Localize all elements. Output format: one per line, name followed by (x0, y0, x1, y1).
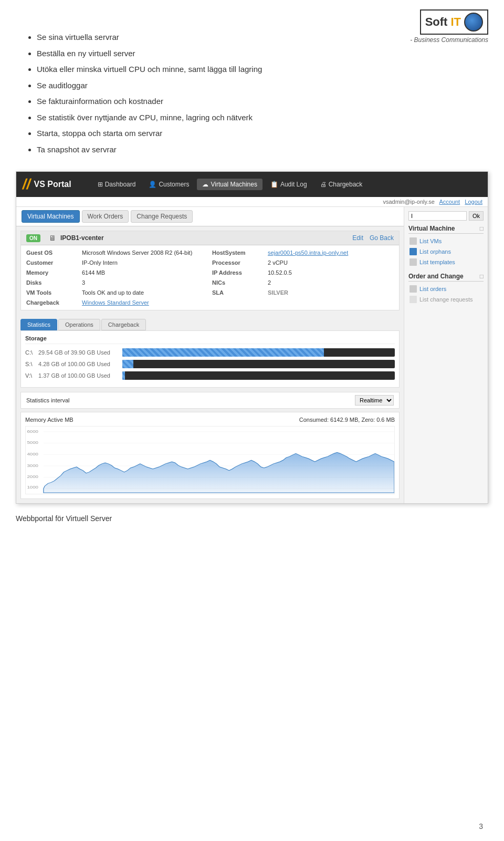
customers-icon: 👤 (149, 181, 156, 188)
search-input[interactable] (408, 211, 467, 221)
storage-bar-fill-s (122, 360, 133, 368)
svg-text:3000: 3000 (27, 463, 38, 468)
templates-icon (410, 258, 417, 266)
label-customer: Customer (26, 258, 74, 267)
storage-label-c: 29.54 GB of 39.90 GB Used (38, 349, 122, 356)
portal-body: Virtual Machines Work Orders Change Requ… (16, 207, 488, 503)
storage-label-v: 1.37 GB of 100.00 GB Used (38, 372, 122, 379)
svg-text:6000: 6000 (27, 429, 38, 434)
list-item: Se fakturainformation och kostnader (37, 96, 504, 108)
nav-virtual-machines[interactable]: ☁ Virtual Machines (197, 179, 262, 190)
logo-box: Soft IT (420, 9, 488, 35)
vm-actions: Edit Go Back (352, 234, 394, 242)
nav-customers[interactable]: 👤 Customers (143, 179, 194, 190)
svg-text:5000: 5000 (27, 440, 38, 445)
chargeback-icon: 🖨 (320, 181, 327, 188)
label-chargeback: Chargeback (26, 298, 74, 307)
dashboard-icon: ⊞ (98, 181, 103, 188)
label-sla: SLA (212, 288, 259, 297)
value-guest-os: Microsoft Windows Server 2008 R2 (64-bit… (78, 248, 208, 257)
nav-dashboard[interactable]: ⊞ Dashboard (92, 179, 141, 190)
svg-text:1000: 1000 (27, 485, 38, 490)
stats-tab-chargeback[interactable]: Chargeback (101, 319, 146, 330)
portal-header: // VS Portal ⊞ Dashboard 👤 Customers ☁ V… (16, 172, 488, 197)
sidebar-list-orphans[interactable]: List orphans (408, 246, 484, 257)
storage-bar-bg-v (122, 371, 395, 380)
storage-row-v: V:\ 1.37 GB of 100.00 GB Used (25, 371, 395, 380)
label-ip-address: IP Address (212, 268, 259, 277)
list-item: Beställa en ny virtuell server (37, 48, 504, 60)
drive-c: C:\ (25, 349, 38, 356)
chart-title: Memory Active MB (25, 417, 74, 423)
sidebar-list-change-requests[interactable]: List change requests (408, 294, 484, 305)
value-customer: IP-Only Intern (78, 258, 208, 267)
edit-button[interactable]: Edit (352, 234, 363, 242)
logout-link[interactable]: Logout (465, 199, 482, 205)
search-button[interactable]: Ok (469, 211, 484, 221)
label-guest-os: Guest OS (26, 248, 74, 257)
chart-header: Memory Active MB Consumed: 6142.9 MB, Ze… (25, 417, 395, 423)
stats-tab-operations[interactable]: Operations (58, 319, 100, 330)
tab-work-orders[interactable]: Work Orders (82, 210, 129, 223)
value-ip-address: 10.52.0.5 (264, 268, 394, 277)
tab-virtual-machines[interactable]: Virtual Machines (22, 210, 80, 223)
value-chargeback[interactable]: Windows Standard Server (78, 298, 208, 307)
list-item: Se auditloggar (37, 80, 504, 92)
portal-logo: // VS Portal (23, 176, 71, 193)
go-back-button[interactable]: Go Back (370, 234, 394, 242)
portal-logo-slash: // (21, 176, 32, 193)
storage-bar-fill-v (122, 371, 125, 380)
collapse-icon: □ (480, 225, 484, 232)
list-item: Se statistik över nyttjande av CPU, minn… (37, 112, 504, 124)
nav-audit-log[interactable]: 📋 Audit Log (265, 179, 312, 190)
stats-tabs: Statistics Operations Chargeback (16, 315, 404, 330)
vm-card: ON 🖥 IPOB1-vcenter Edit Go Back Guest OS… (20, 231, 400, 310)
stats-interval-label: Statistics interval (26, 397, 70, 403)
vm-details: Guest OS Microsoft Windows Server 2008 R… (21, 245, 399, 310)
account-link[interactable]: Account (439, 199, 460, 205)
drive-s: S:\ (25, 361, 38, 367)
orders-icon (410, 285, 417, 293)
orphans-icon (410, 248, 417, 255)
sidebar-list-vms[interactable]: List VMs (408, 236, 484, 246)
logo-tagline: - Business Communications (410, 36, 488, 44)
chart-svg: 6000 5000 4000 3000 2000 1000 (26, 427, 394, 494)
value-disks: 3 (78, 278, 208, 287)
label-disks: Disks (26, 278, 74, 287)
interval-select[interactable]: Realtime 1 Hour 1 Day (355, 395, 394, 406)
sidebar-list-templates[interactable]: List templates (408, 257, 484, 267)
vm-icon: ☁ (202, 181, 208, 188)
storage-bar-fill-c (122, 348, 324, 357)
portal-wrapper: // VS Portal ⊞ Dashboard 👤 Customers ☁ V… (16, 171, 488, 504)
storage-row-s: S:\ 4.28 GB of 100.00 GB Used (25, 360, 395, 368)
label-nics: NICs (212, 278, 259, 287)
tab-change-requests[interactable]: Change Requests (131, 210, 193, 223)
value-memory: 6144 MB (78, 268, 208, 277)
stats-tab-statistics[interactable]: Statistics (20, 319, 57, 330)
value-processor: 2 vCPU (264, 258, 394, 267)
audit-icon: 📋 (270, 181, 278, 188)
storage-label-s: 4.28 GB of 100.00 GB Used (38, 361, 122, 367)
vm-host-icon: 🖥 (49, 234, 56, 242)
nav-chargeback[interactable]: 🖨 Chargeback (315, 179, 368, 190)
storage-bar-bg-s (122, 360, 395, 368)
sidebar-list-orders[interactable]: List orders (408, 284, 484, 294)
storage-bar-bg-c (122, 348, 395, 357)
portal-main: Virtual Machines Work Orders Change Requ… (16, 207, 404, 503)
portal-nav: ⊞ Dashboard 👤 Customers ☁ Virtual Machin… (92, 179, 481, 190)
value-hostsystem[interactable]: sejar0001-ps50.intra.ip-only.net (264, 248, 394, 257)
value-vm-tools: Tools OK and up to date (78, 288, 208, 297)
storage-section: Storage C:\ 29.54 GB of 39.90 GB Used S:… (20, 330, 400, 388)
logo-area: Soft IT - Business Communications (410, 9, 488, 44)
logo-it-text: IT (450, 15, 461, 29)
user-email: vsadmin@ip-only.se (383, 199, 434, 205)
vm-status-badge: ON (26, 234, 40, 242)
list-item: Ta snapshot av servrar (37, 144, 504, 156)
bullet-list: Se sina virtuella servrar Beställa en ny… (26, 32, 504, 155)
storage-title: Storage (25, 335, 395, 344)
sidebar-search: Ok (408, 211, 484, 221)
chart-area: 6000 5000 4000 3000 2000 1000 (25, 426, 395, 494)
value-sla: SILVER (264, 288, 394, 297)
label-processor: Processor (212, 258, 259, 267)
vm-card-header: ON 🖥 IPOB1-vcenter Edit Go Back (21, 231, 399, 245)
